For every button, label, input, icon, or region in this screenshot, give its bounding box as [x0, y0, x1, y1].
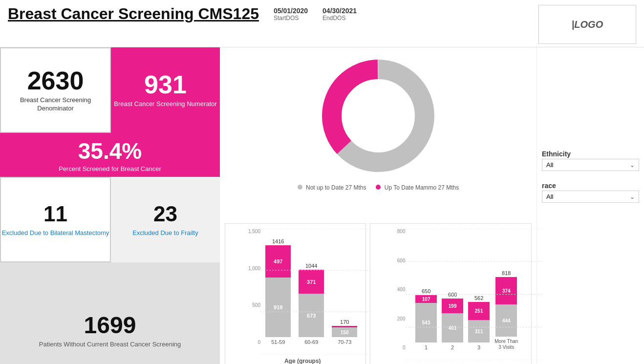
- numerator-card: 931 Breast Cancer Screening Numerator: [111, 47, 220, 133]
- age-pink-51-59: 497: [265, 245, 291, 278]
- visits-gray-2: 401: [442, 313, 463, 343]
- age-total-51-59: 1416: [272, 238, 284, 244]
- visits-group-2: 600 401 199 2: [442, 292, 463, 350]
- frailty-value: 23: [153, 202, 177, 226]
- svg-text:931: 931: [390, 92, 404, 100]
- visits-pink-more: 374: [495, 277, 517, 304]
- start-dos-label: StartDOS: [274, 15, 308, 21]
- end-dos-label: EndDOS: [322, 15, 357, 21]
- legend-pink-dot: [376, 185, 381, 190]
- right-panel: Ethnicity All ⌄ race All ⌄: [537, 47, 644, 364]
- legend-gray-dot: [298, 185, 302, 190]
- ethnicity-filter: Ethnicity All ⌄: [542, 150, 639, 177]
- legend-not-up-to-date: Not up to Date 27 Mths: [298, 184, 366, 191]
- chevron-down-icon-2: ⌄: [630, 193, 635, 200]
- visits-y-800: 800: [390, 229, 406, 234]
- denominator-value: 2630: [27, 68, 84, 93]
- percent-label: Percent Screened for Breast Cancer: [59, 165, 161, 172]
- visits-gray-3: 311: [468, 320, 490, 343]
- start-dos-value: 05/01/2020: [274, 7, 308, 15]
- header: Breast Cancer Screening CMS125 05/01/202…: [0, 0, 644, 47]
- visits-group-3: 562 311 251 3: [468, 295, 490, 350]
- donut-legend: Not up to Date 27 Mths Up To Date Mammo …: [298, 184, 459, 191]
- date-range: 05/01/2020 StartDOS 04/30/2021 EndDOS: [274, 7, 357, 21]
- age-y-0: 0: [245, 340, 260, 345]
- left-panel: 2630 Breast Cancer Screening Denominator…: [0, 47, 220, 364]
- logo-box: |LOGO: [538, 5, 636, 44]
- visits-pink-2: 199: [442, 299, 463, 313]
- bar-charts-row: 1,500 1,000 500 0: [225, 223, 532, 364]
- visits-y-600: 600: [390, 258, 406, 263]
- patients-without-card: 1699 Patients Without Current Breast Can…: [0, 262, 220, 364]
- age-xlabel-70-73: 70-73: [338, 339, 351, 345]
- race-dropdown[interactable]: All ⌄: [542, 191, 639, 203]
- age-pink-60-69: 371: [299, 270, 324, 294]
- donut-section: 1699 931 Not up to Date 27 Mths Up To Da…: [225, 47, 532, 223]
- age-gray-51-59: 919: [265, 278, 291, 337]
- end-dos-block: 04/30/2021 EndDOS: [322, 7, 357, 21]
- visits-y-0: 0: [390, 345, 406, 350]
- age-total-60-69: 1044: [305, 263, 317, 269]
- age-gray-60-69: 673: [299, 294, 324, 337]
- title-block: Breast Cancer Screening CMS125: [8, 5, 259, 23]
- end-dos-value: 04/30/2021: [322, 7, 357, 15]
- visits-group-more: 818 444 374 More Than3 Visits: [494, 270, 518, 350]
- denominator-card: 2630 Breast Cancer Screening Denominator: [0, 47, 111, 133]
- age-chart-box: 1,500 1,000 500 0: [225, 223, 366, 364]
- bilateral-card: 11 Excluded Due to Bilateral Mastectomy: [0, 177, 111, 262]
- ethnicity-label: Ethnicity: [542, 150, 639, 158]
- page-title: Breast Cancer Screening CMS125: [8, 5, 259, 23]
- page: Breast Cancer Screening CMS125 05/01/202…: [0, 0, 644, 364]
- start-dos-block: 05/01/2020 StartDOS: [274, 7, 308, 21]
- age-group-70-73: 170 150 70-73: [332, 319, 357, 345]
- age-group-51-59: 1416 919 497 51-59: [265, 238, 291, 345]
- bilateral-value: 11: [43, 202, 67, 226]
- age-group-60-69: 1044 673 371 60-69: [299, 263, 324, 345]
- numerator-value: 931: [144, 72, 187, 97]
- svg-text:1699: 1699: [350, 131, 367, 139]
- bilateral-label: Excluded Due to Bilateral Mastectomy: [2, 229, 109, 237]
- visits-y-200: 200: [390, 316, 406, 321]
- visits-chart-box: 800 600 400 200 0: [370, 223, 532, 364]
- age-xlabel-60-69: 60-69: [304, 339, 318, 345]
- age-gray-70-73: 150: [332, 327, 357, 337]
- percent-card: 35.4% Percent Screened for Breast Cancer: [0, 133, 220, 177]
- kpi-row: 2630 Breast Cancer Screening Denominator…: [0, 47, 220, 133]
- patients-without-value: 1699: [84, 312, 136, 339]
- chevron-down-icon: ⌄: [630, 162, 635, 169]
- frailty-label: Excluded Due to Frailty: [132, 229, 198, 237]
- age-y-1000: 1,000: [245, 266, 260, 271]
- denominator-label: Breast Cancer Screening Denominator: [1, 96, 110, 113]
- visits-gray-1: 543: [415, 303, 437, 343]
- ethnicity-value: All: [546, 161, 553, 169]
- age-total-70-73: 170: [340, 319, 349, 325]
- visits-pink-3: 251: [468, 302, 490, 320]
- race-filter: race All ⌄: [542, 182, 639, 209]
- ethnicity-dropdown[interactable]: All ⌄: [542, 159, 639, 171]
- exclusion-row: 11 Excluded Due to Bilateral Mastectomy …: [0, 177, 220, 262]
- visits-y-400: 400: [390, 287, 406, 292]
- center-panel: 1699 931 Not up to Date 27 Mths Up To Da…: [220, 47, 537, 364]
- age-y-1500: 1,500: [245, 229, 260, 234]
- age-chart-title: Age (groups): [245, 358, 361, 364]
- visits-group-1: 650 543 107 1: [415, 288, 437, 350]
- age-y-500: 500: [245, 302, 260, 308]
- numerator-label: Breast Cancer Screening Numerator: [114, 100, 216, 108]
- age-xlabel-51-59: 51-59: [271, 339, 285, 345]
- logo-text: |LOGO: [572, 19, 603, 30]
- donut-chart: 1699 931: [315, 52, 442, 179]
- race-value: All: [546, 193, 553, 200]
- percent-value: 35.4%: [78, 138, 142, 164]
- patients-without-label: Patients Without Current Breast Cancer S…: [39, 341, 181, 348]
- main-content: 2630 Breast Cancer Screening Denominator…: [0, 47, 644, 364]
- race-label: race: [542, 182, 639, 190]
- legend-up-to-date: Up To Date Mammo 27 Mths: [376, 184, 459, 191]
- frailty-card: 23 Excluded Due to Frailty: [111, 177, 220, 262]
- visits-pink-1: 107: [415, 295, 437, 303]
- visits-gray-more: 444: [495, 304, 517, 337]
